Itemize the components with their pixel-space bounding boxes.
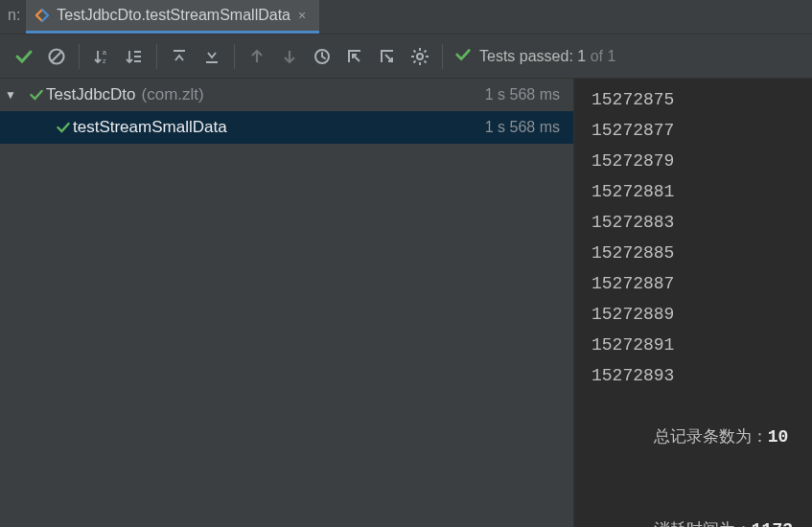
tests-total-count: 1 — [607, 48, 615, 64]
body-split: ▼ TestJdbcDto (com.zlt) 1 s 568 ms testS… — [0, 79, 812, 527]
svg-point-10 — [417, 54, 423, 59]
svg-line-1 — [52, 52, 61, 61]
svg-rect-6 — [134, 60, 141, 62]
tab-title: TestJdbcDto.testStreamSmallData — [57, 7, 290, 24]
svg-line-17 — [414, 60, 416, 62]
console-total-value: 10 — [768, 427, 789, 447]
test-history-button[interactable] — [306, 40, 338, 73]
show-ignored-button[interactable] — [40, 40, 73, 73]
tests-passed-count: 1 — [577, 48, 586, 64]
sort-button[interactable]: a z — [85, 40, 118, 73]
test-method-row[interactable]: testStreamSmallData 1 s 568 ms — [0, 111, 573, 144]
expand-all-down-button[interactable] — [196, 40, 228, 73]
test-toolbar: a z — [0, 34, 812, 79]
chevron-down-icon[interactable]: ▼ — [0, 88, 17, 102]
toolbar-separator — [79, 44, 80, 69]
show-passed-button[interactable] — [8, 40, 40, 73]
console-line: 15272887 — [592, 268, 812, 299]
tests-passed-check-icon — [454, 46, 472, 67]
svg-text:z: z — [103, 57, 106, 64]
console-line: 15272893 — [592, 360, 812, 391]
tests-passed-label: Tests passed: — [479, 48, 573, 64]
prev-failed-button[interactable] — [241, 40, 273, 73]
svg-rect-5 — [134, 56, 141, 57]
import-tests-button[interactable] — [338, 40, 371, 73]
console-total-label: 总记录条数为： — [654, 428, 768, 447]
console-line: 15272879 — [592, 146, 812, 176]
tests-of-label: of — [591, 48, 603, 64]
svg-rect-4 — [134, 51, 141, 53]
svg-line-18 — [425, 50, 427, 52]
close-icon[interactable]: × — [298, 8, 306, 23]
test-class-duration: 1 s 568 ms — [485, 86, 560, 103]
console-line: 15272883 — [592, 207, 812, 238]
svg-line-15 — [414, 50, 416, 52]
console-line: 15272881 — [592, 176, 812, 207]
next-failed-button[interactable] — [273, 40, 306, 73]
console-line: 15272889 — [592, 299, 812, 330]
collapse-all-button[interactable] — [163, 40, 196, 73]
console-time-line: 消耗时间为：1173 — [592, 484, 812, 527]
console-time-value: 1173 — [752, 520, 793, 527]
test-method-name: testStreamSmallData — [73, 118, 227, 137]
run-config-tab[interactable]: TestJdbcDto.testStreamSmallData × — [26, 0, 319, 34]
console-time-label: 消耗时间为： — [654, 521, 752, 527]
console-total-line: 总记录条数为：10 — [592, 391, 812, 484]
console-line: 15272885 — [592, 238, 812, 268]
console-output[interactable]: 1527287515272877152728791527288115272883… — [573, 79, 812, 527]
settings-button[interactable] — [404, 40, 436, 73]
test-class-name: TestJdbcDto — [46, 85, 136, 104]
toolbar-separator — [234, 44, 235, 69]
console-line: 15272891 — [592, 330, 812, 360]
tests-status: Tests passed: 1 of 1 — [449, 46, 615, 67]
tab-bar: n: TestJdbcDto.testStreamSmallData × — [0, 0, 812, 34]
test-tree[interactable]: ▼ TestJdbcDto (com.zlt) 1 s 568 ms testS… — [0, 79, 573, 527]
test-pass-icon — [27, 87, 46, 103]
svg-line-16 — [425, 60, 427, 62]
tab-prefix-label: n: — [8, 7, 26, 28]
run-config-icon — [35, 9, 49, 22]
toolbar-separator — [156, 44, 157, 69]
test-pass-icon — [54, 120, 73, 135]
svg-text:a: a — [103, 49, 106, 56]
export-tests-button[interactable] — [371, 40, 404, 73]
console-lines: 1527287515272877152728791527288115272883… — [592, 84, 812, 391]
test-method-duration: 1 s 568 ms — [485, 119, 560, 136]
test-class-package: (com.zlt) — [142, 85, 204, 104]
expand-all-button[interactable] — [118, 40, 151, 73]
test-class-row[interactable]: ▼ TestJdbcDto (com.zlt) 1 s 568 ms — [0, 79, 573, 111]
console-line: 15272877 — [592, 115, 812, 146]
scrollbar[interactable] — [803, 79, 810, 527]
toolbar-separator — [442, 44, 443, 69]
console-line: 15272875 — [592, 84, 812, 115]
